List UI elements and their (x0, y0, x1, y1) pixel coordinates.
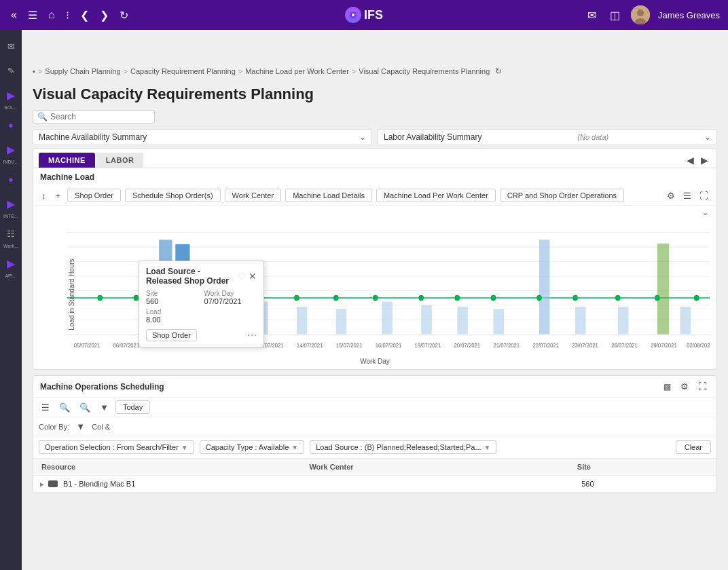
btn-crp-shop-order[interactable]: CRP and Shop Order Operations (500, 189, 624, 202)
svg-point-35 (294, 295, 299, 301)
filter-load-source[interactable]: Load Source : (B) Planned;Released;Start… (310, 440, 496, 454)
lower-chart-icon[interactable]: ▩ (661, 380, 674, 393)
user-avatar (631, 5, 650, 24)
search-input[interactable] (50, 112, 150, 121)
labor-availability-chevron[interactable]: ⌄ (704, 132, 711, 142)
sidebar-dot-icon-2[interactable]: ● (1, 170, 20, 189)
breadcrumb-supply-chain[interactable]: Supply Chain Planning (45, 67, 120, 75)
sidebar-work-icon[interactable]: ☷ (1, 224, 20, 243)
chart-y-axis-label: Load in Standard Hours (68, 259, 75, 330)
tooltip-title-text: Load Source - Released Shop Order (146, 267, 238, 286)
btn-machine-load-per-wc[interactable]: Machine Load Per Work Center (376, 189, 496, 202)
svg-point-4 (637, 10, 644, 16)
lower-gear-icon[interactable]: ⚙ (678, 380, 691, 393)
today-btn[interactable]: Today (115, 400, 150, 414)
panel-next-btn[interactable]: ▶ (698, 153, 711, 167)
breadcrumb-capacity[interactable]: Capacity Requirement Planning (130, 67, 236, 75)
sidebar-pencil-icon[interactable]: ✎ (1, 61, 20, 80)
search-wrapper: 🔍 (33, 110, 155, 124)
toolbar-plus-icon[interactable]: + (53, 189, 64, 202)
row-site: 560 (579, 478, 711, 489)
clear-btn[interactable]: Clear (676, 440, 711, 454)
tooltip-favorite-btn[interactable]: ♡ (238, 271, 246, 282)
breadcrumb-sep-3: > (352, 67, 356, 75)
svg-rect-23 (457, 307, 467, 335)
filter-capacity-type[interactable]: Capacity Type : Available ▼ (200, 440, 304, 454)
sidebar-group-api: ▶ API... (1, 254, 20, 278)
chart-collapse-btn[interactable]: ⌄ (699, 207, 711, 218)
filter-operation-selection[interactable]: Operation Selection : From Search/Filter… (39, 440, 194, 454)
toolbar-settings-icon[interactable]: ☰ (680, 189, 694, 202)
btn-shop-order[interactable]: Shop Order (67, 189, 121, 202)
color-by-dropdown-btn[interactable]: ▼ (73, 420, 88, 433)
svg-rect-20 (336, 309, 346, 334)
refresh-btn[interactable]: ↻ (117, 6, 131, 24)
screen-btn[interactable]: ◫ (607, 6, 623, 24)
machine-availability-label: Machine Availability Summary (39, 132, 147, 142)
home-btn[interactable]: ⌂ (46, 6, 58, 24)
svg-text:23/07/2021: 23/07/2021 (572, 343, 598, 349)
back-btn[interactable]: ❮ (77, 6, 92, 24)
lower-zoom-icon[interactable]: 🔍 (77, 401, 93, 414)
machine-icon (48, 480, 58, 487)
breadcrumb-visual-capacity[interactable]: Visual Capacity Requirements Planning (359, 67, 490, 75)
svg-text:15/07/2021: 15/07/2021 (336, 343, 363, 349)
btn-schedule-shop-order[interactable]: Schedule Shop Order(s) (125, 189, 221, 202)
sidebar-group-sol: ▶ SOL... (1, 86, 20, 110)
svg-text:02/08/2021: 02/08/2021 (687, 343, 710, 349)
panel-prev-btn[interactable]: ◀ (684, 153, 697, 167)
lower-expand-icon[interactable]: ⛶ (695, 380, 710, 393)
svg-point-2 (352, 14, 354, 16)
double-chevron-btn[interactable]: « (8, 6, 20, 24)
notification-bell-btn[interactable]: ✉ (585, 6, 599, 24)
toolbar-expand-icon[interactable]: ↕ (39, 189, 49, 202)
btn-work-center[interactable]: Work Center (225, 189, 282, 202)
toolbar-gear-icon[interactable]: ⚙ (664, 189, 678, 202)
svg-point-38 (418, 295, 424, 301)
sidebar-api-icon[interactable]: ▶ (1, 254, 20, 273)
sidebar-group-dot1: ● (1, 115, 20, 134)
availability-row: Machine Availability Summary ⌄ Labor Ava… (22, 126, 728, 148)
lower-dropdown-icon[interactable]: ▼ (97, 401, 111, 414)
breadcrumb-refresh-btn[interactable]: ↻ (492, 64, 505, 79)
tooltip-title: Load Source - Released Shop Order ♡ ✕ (146, 267, 257, 286)
sidebar-work-label: Work... (3, 244, 18, 248)
svg-rect-21 (382, 301, 392, 334)
svg-text:19/07/2021: 19/07/2021 (415, 343, 441, 349)
svg-text:21/07/2021: 21/07/2021 (493, 343, 520, 349)
lower-section: Machine Operations Scheduling ▩ ⚙ ⛶ ☰ 🔍 … (33, 375, 717, 493)
svg-point-45 (694, 295, 699, 301)
sidebar-play-icon-3[interactable]: ▶ (1, 194, 20, 213)
sidebar-sol-label: SOL... (4, 105, 18, 110)
row-wc (320, 482, 579, 485)
sidebar-bookmark-icon[interactable]: ✉ (1, 37, 20, 56)
breadcrumb-machine-load[interactable]: Machine Load per Work Center (245, 67, 349, 75)
svg-rect-24 (493, 309, 503, 334)
toolbar-expand2-icon[interactable]: ⛶ (697, 189, 711, 202)
machine-availability-chevron[interactable]: ⌄ (359, 132, 366, 142)
svg-text:16/07/2021: 16/07/2021 (376, 343, 402, 349)
tooltip-popup: Load Source - Released Shop Order ♡ ✕ Si… (139, 261, 264, 347)
tooltip-close-btn[interactable]: ✕ (249, 271, 257, 282)
lower-list-icon[interactable]: ☰ (39, 401, 52, 414)
sidebar-play-icon[interactable]: ▶ (1, 86, 20, 104)
svg-rect-19 (297, 307, 307, 335)
labor-availability-box: Labor Availability Summary (No data) ⌄ (378, 129, 717, 145)
tooltip-more-btn[interactable]: ⋯ (247, 330, 257, 341)
btn-machine-load-details[interactable]: Machine Load Details (285, 189, 372, 202)
sidebar-play-icon-2[interactable]: ▶ (1, 140, 20, 159)
svg-text:14/07/2021: 14/07/2021 (297, 343, 323, 349)
row-expand-icon[interactable]: ► (39, 480, 46, 488)
tooltip-shop-order-btn[interactable]: Shop Order (146, 329, 197, 341)
tab-labor[interactable]: LABOR (96, 153, 144, 168)
sidebar-dot-icon-1[interactable]: ● (1, 115, 20, 134)
top-nav: « ☰ ⌂ ⁝ ❮ ❯ ↻ IFS ✉ ◫ (0, 0, 728, 30)
content-panel: MACHINE LABOR ◀ ▶ Machine Load ↕ + Shop … (33, 148, 717, 370)
lower-search-icon[interactable]: 🔍 (56, 401, 73, 414)
breadcrumb-sep-1: > (124, 67, 128, 75)
forward-btn[interactable]: ❯ (97, 6, 111, 24)
grid-btn[interactable]: ⁝ (63, 6, 72, 24)
svg-text:29/07/2021: 29/07/2021 (651, 343, 677, 349)
menu-btn[interactable]: ☰ (25, 6, 40, 24)
tab-machine[interactable]: MACHINE (39, 153, 95, 168)
